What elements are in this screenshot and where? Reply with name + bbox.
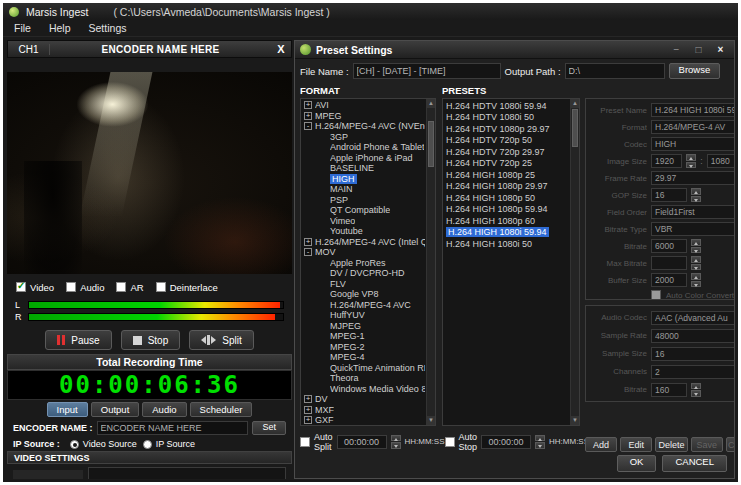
format-tree-item[interactable]: + MPEG — [302, 111, 425, 122]
spinner-up-icon[interactable] — [535, 435, 545, 442]
menu-item[interactable]: File — [6, 21, 39, 35]
bitrate-spinner[interactable] — [691, 239, 701, 253]
format-tree-item[interactable]: Windows Media Video 8 — [302, 384, 425, 395]
auto-split-spinner[interactable] — [391, 435, 401, 449]
spinner-down-icon[interactable] — [686, 162, 696, 169]
preset-item[interactable]: H.264 HDTV 720p 25 — [444, 158, 569, 170]
format-tree-item[interactable]: - MOV — [302, 247, 425, 258]
output-path-input[interactable] — [565, 63, 665, 79]
scroll-up-icon[interactable]: ▲ — [571, 99, 579, 108]
minimize-icon[interactable]: − — [668, 44, 685, 55]
preset-item[interactable]: H.264 HIGH 1080p 50 — [444, 192, 569, 204]
spinner-down-icon[interactable] — [391, 442, 401, 449]
tree-toggle-icon[interactable]: + — [304, 101, 312, 109]
spinner-up-icon[interactable] — [691, 239, 701, 246]
stop-button[interactable]: Stop — [121, 330, 181, 350]
format-tree-item[interactable]: FLV — [302, 279, 425, 290]
ip-source-option[interactable]: Video Source — [70, 439, 137, 449]
preset-item[interactable]: H.264 HDTV 1080i 59.94 — [444, 100, 569, 112]
preset-action-button[interactable]: Add — [585, 437, 617, 452]
spinner-down-icon[interactable] — [691, 247, 701, 254]
spinner-down-icon[interactable] — [535, 442, 545, 449]
option-checkbox-item[interactable]: Deinterlace — [156, 282, 218, 293]
format-tree-item[interactable]: + MXF — [302, 405, 425, 416]
format-tree-item[interactable]: HuffYUV — [302, 310, 425, 321]
preset-item[interactable]: H.264 HIGH 1080i 50 — [444, 238, 569, 250]
format-scrollbar[interactable]: ▲ ▼ — [426, 99, 435, 425]
cancel-button[interactable]: CANCEL — [662, 455, 727, 472]
audio-codec-dropdown[interactable]: AAC (Advanced Au▾ — [651, 311, 734, 325]
format-tree-item[interactable]: + AVI — [302, 100, 425, 111]
checkbox-icon[interactable] — [16, 282, 26, 292]
preset-item[interactable]: H.264 HIGH 1080p 60 — [444, 215, 569, 227]
auto-split-time-input[interactable] — [337, 435, 387, 449]
preset-name-field[interactable]: H.264 HIGH 1080i 59.94 — [651, 103, 734, 117]
scroll-down-icon[interactable]: ▼ — [571, 416, 579, 425]
tree-toggle-icon[interactable]: + — [304, 416, 312, 424]
preset-action-button[interactable]: Save — [691, 437, 723, 452]
format-tree-item[interactable]: Android Phone & Tablet — [302, 142, 425, 153]
field-order-dropdown[interactable]: Field1First▾ — [651, 205, 734, 219]
format-tree-item[interactable]: + H.264/MPEG-4 AVC (Intel QuickSync) — [302, 237, 425, 248]
preset-action-button[interactable]: Edit — [620, 437, 652, 452]
radio-icon[interactable] — [143, 440, 152, 449]
spinner-up-icon[interactable] — [691, 383, 701, 390]
browse-button[interactable]: Browse — [669, 63, 721, 79]
format-tree-item[interactable]: Vimeo — [302, 216, 425, 227]
sample-rate-dropdown[interactable]: 48000▾ — [651, 329, 734, 343]
checkbox-icon[interactable] — [66, 282, 76, 292]
channels-dropdown[interactable]: 2▾ — [651, 365, 734, 379]
format-tree-item[interactable]: Apple ProRes — [302, 258, 425, 269]
format-tree-item[interactable]: HIGH — [302, 174, 425, 185]
menu-item[interactable]: Help — [41, 21, 79, 35]
sample-size-field[interactable]: 16 — [651, 347, 734, 361]
max-bitrate-spinner[interactable] — [691, 256, 701, 270]
preset-item[interactable]: H.264 HIGH 1080p 29.97 — [444, 181, 569, 193]
preset-item[interactable]: H.264 HDTV 720p 50 — [444, 135, 569, 147]
format-tree-item[interactable]: - H.264/MPEG-4 AVC (NVEnc Encoder) — [302, 121, 425, 132]
preset-item[interactable]: H.264 HIGH 1080p 59.94 — [444, 204, 569, 216]
bitrate-field[interactable]: 6000 — [651, 239, 687, 253]
menu-item[interactable]: Settings — [81, 21, 135, 35]
format-tree-item[interactable]: QT Compatible — [302, 205, 425, 216]
preset-item[interactable]: H.264 HDTV 1080i 50 — [444, 112, 569, 124]
format-tree-item[interactable]: H.264/MPEG-4 AVC — [302, 300, 425, 311]
radio-icon[interactable] — [70, 440, 79, 449]
channel-tab[interactable]: Audio — [142, 402, 186, 417]
format-tree-item[interactable]: 3GP — [302, 132, 425, 143]
spinner-up-icon[interactable] — [391, 435, 401, 442]
auto-stop-time-input[interactable] — [481, 435, 531, 449]
format-tree-item[interactable]: QuickTime Animation RLE — [302, 363, 425, 374]
preset-item[interactable]: H.264 HIGH 1080i 59.94 — [444, 227, 569, 239]
checkbox-icon[interactable] — [156, 282, 166, 292]
channel-tab[interactable]: Input — [47, 402, 88, 417]
format-tree-item[interactable]: MJPEG — [302, 321, 425, 332]
format-tree-item[interactable]: PSP — [302, 195, 425, 206]
preset-action-button[interactable]: Cancel — [726, 437, 734, 452]
spinner-down-icon[interactable] — [691, 264, 701, 271]
format-tree-item[interactable]: MPEG-1 — [302, 331, 425, 342]
format-tree-item[interactable]: Google VP8 — [302, 289, 425, 300]
gop-size-spinner[interactable] — [691, 188, 701, 202]
option-checkbox-item[interactable]: Audio — [66, 282, 104, 293]
option-checkbox-item[interactable]: AR — [116, 282, 143, 293]
spinner-up-icon[interactable] — [691, 188, 701, 195]
scroll-up-icon[interactable]: ▲ — [427, 99, 435, 108]
format-tree-item[interactable]: MPEG-2 — [302, 342, 425, 353]
channel-tab[interactable]: Scheduler — [190, 402, 253, 417]
preset-item[interactable]: H.264 HDTV 1080p 29.97 — [444, 123, 569, 135]
option-checkbox-item[interactable]: Video — [16, 282, 54, 293]
preset-item[interactable]: H.264 HDTV 720p 29.97 — [444, 146, 569, 158]
format-tree-item[interactable]: BASELINE — [302, 163, 425, 174]
clipped-dropdown[interactable] — [88, 467, 286, 479]
format-tree-item[interactable]: Apple iPhone & iPad — [302, 153, 425, 164]
close-icon[interactable]: × — [712, 44, 729, 55]
scrollbar-thumb[interactable] — [428, 121, 434, 167]
pause-button[interactable]: Pause — [45, 330, 111, 350]
color-convert-checkbox[interactable] — [651, 290, 661, 300]
format-tree-item[interactable]: Youtube — [302, 226, 425, 237]
max-bitrate-field[interactable] — [651, 256, 687, 270]
preset-action-button[interactable]: Delete — [655, 437, 687, 452]
spinner-up-icon[interactable] — [691, 273, 701, 280]
tree-toggle-icon[interactable]: + — [304, 406, 312, 414]
